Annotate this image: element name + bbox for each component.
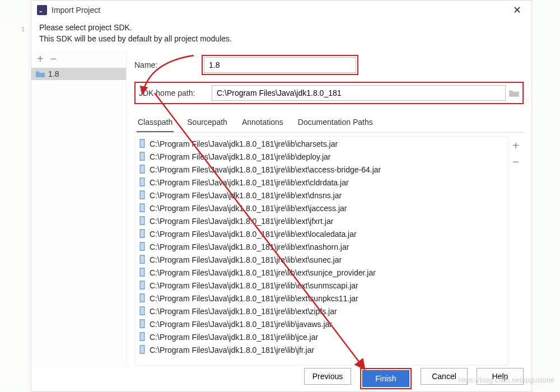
- list-item[interactable]: C:\Program Files\Java\jdk1.8.0_181\jre\l…: [135, 254, 507, 267]
- jar-path: C:\Program Files\Java\jdk1.8.0_181\jre\l…: [150, 268, 376, 277]
- classpath-add-button[interactable]: +: [512, 139, 519, 152]
- close-icon[interactable]: ✕: [508, 2, 526, 18]
- import-project-dialog: Import Project ✕ Please select project S…: [31, 0, 532, 392]
- folder-icon: [36, 71, 45, 77]
- path-highlight-box: JDK home path:: [134, 82, 524, 104]
- jar-icon: [138, 203, 146, 214]
- jar-icon: [138, 242, 146, 253]
- browse-folder-icon[interactable]: [509, 89, 519, 97]
- list-item[interactable]: C:\Program Files\Java\jdk1.8.0_181\jre\l…: [135, 138, 507, 151]
- jar-icon: [138, 152, 146, 162]
- jar-path: C:\Program Files\Java\jdk1.8.0_181\jre\l…: [150, 307, 337, 316]
- list-item[interactable]: C:\Program Files\Java\jdk1.8.0_181\jre\l…: [135, 305, 507, 318]
- jar-path: C:\Program Files\Java\jdk1.8.0_181\jre\l…: [150, 320, 332, 329]
- instruction-line-1: Please select project SDK.: [39, 22, 524, 33]
- list-item[interactable]: C:\Program Files\Java\jdk1.8.0_181\jre\l…: [135, 344, 507, 357]
- jar-icon: [138, 178, 146, 188]
- jar-icon: [138, 229, 146, 240]
- svg-rect-0: [39, 7, 45, 13]
- list-item[interactable]: C:\Program Files\Java\jdk1.8.0_181\jre\l…: [135, 331, 507, 344]
- name-highlight-box: [202, 55, 358, 75]
- jar-icon: [138, 216, 146, 227]
- jar-icon: [138, 306, 146, 317]
- instructions: Please select project SDK. This SDK will…: [31, 20, 531, 50]
- jar-path: C:\Program Files\Java\jdk1.8.0_181\jre\l…: [150, 217, 333, 226]
- jar-path: C:\Program Files\Java\jdk1.8.0_181\jre\l…: [150, 346, 314, 354]
- jar-path: C:\Program Files\Java\jdk1.8.0_181\jre\l…: [150, 281, 358, 290]
- path-label: JDK home path:: [139, 88, 212, 97]
- jar-icon: [138, 281, 146, 291]
- sidebar-add-button[interactable]: +: [37, 53, 44, 66]
- jar-path: C:\Program Files\Java\jdk1.8.0_181\jre\l…: [150, 152, 330, 161]
- jar-path: C:\Program Files\Java\jdk1.8.0_181\jre\l…: [150, 165, 381, 174]
- finish-button[interactable]: Finish: [362, 370, 409, 387]
- jar-icon: [138, 165, 146, 175]
- list-item[interactable]: C:\Program Files\Java\jdk1.8.0_181\jre\l…: [135, 176, 507, 189]
- list-item[interactable]: C:\Program Files\Java\jdk1.8.0_181\jre\l…: [135, 279, 507, 292]
- list-item[interactable]: C:\Program Files\Java\jdk1.8.0_181\jre\l…: [135, 318, 507, 331]
- jar-icon: [138, 255, 146, 265]
- list-item[interactable]: C:\Program Files\Java\jdk1.8.0_181\jre\l…: [135, 164, 507, 176]
- jar-path: C:\Program Files\Java\jdk1.8.0_181\jre\l…: [150, 294, 358, 303]
- titlebar: Import Project ✕: [31, 1, 531, 20]
- list-item[interactable]: C:\Program Files\Java\jdk1.8.0_181\jre\l…: [135, 228, 507, 241]
- jdk-home-path-input[interactable]: [212, 85, 506, 101]
- list-item[interactable]: C:\Program Files\Java\jdk1.8.0_181\jre\l…: [135, 215, 507, 228]
- jar-path: C:\Program Files\Java\jdk1.8.0_181\jre\l…: [150, 230, 357, 239]
- previous-button[interactable]: Previous: [304, 368, 351, 385]
- classpath-list[interactable]: C:\Program Files\Java\jdk1.8.0_181\jre\l…: [134, 136, 508, 366]
- jar-icon: [138, 332, 146, 343]
- instruction-line-2: This SDK will be used by default by all …: [39, 33, 524, 44]
- tab-classpath[interactable]: Classpath: [137, 115, 174, 132]
- intellij-icon: [37, 5, 47, 15]
- list-item[interactable]: C:\Program Files\Java\jdk1.8.0_181\jre\l…: [135, 241, 507, 254]
- jar-icon: [138, 345, 146, 356]
- tab-annotations[interactable]: Annotations: [241, 115, 284, 132]
- jar-path: C:\Program Files\Java\jdk1.8.0_181\jre\l…: [150, 242, 349, 251]
- tab-sourcepath[interactable]: Sourcepath: [186, 115, 228, 132]
- list-item[interactable]: C:\Program Files\Java\jdk1.8.0_181\jre\l…: [135, 202, 507, 215]
- jar-icon: [138, 268, 146, 278]
- list-item[interactable]: C:\Program Files\Java\jdk1.8.0_181\jre\l…: [135, 292, 507, 305]
- window-title: Import Project: [52, 6, 100, 15]
- list-item[interactable]: C:\Program Files\Java\jdk1.8.0_181\jre\l…: [135, 267, 507, 279]
- jar-path: C:\Program Files\Java\jdk1.8.0_181\jre\l…: [150, 204, 347, 213]
- sidebar-remove-button[interactable]: −: [50, 53, 57, 66]
- tabs: Classpath Sourcepath Annotations Documen…: [134, 111, 524, 133]
- editor-gutter: 1: [0, 22, 29, 381]
- svg-rect-1: [40, 11, 43, 12]
- jar-path: C:\Program Files\Java\jdk1.8.0_181\jre\l…: [150, 178, 349, 187]
- tab-documentation-paths[interactable]: Documentation Paths: [297, 115, 374, 132]
- jar-icon: [138, 293, 146, 304]
- content-pane: Name: JDK home path: Classpath Sourcepat…: [127, 50, 531, 367]
- list-item[interactable]: C:\Program Files\Java\jdk1.8.0_181\jre\l…: [135, 189, 507, 202]
- classpath-remove-button[interactable]: −: [512, 156, 519, 169]
- jar-icon: [138, 319, 146, 330]
- list-item[interactable]: C:\Program Files\Java\jdk1.8.0_181\jre\l…: [135, 151, 507, 164]
- sidebar-item-label: 1.8: [48, 69, 59, 78]
- watermark: https://blog.csdn.net/qqjustone: [458, 376, 554, 384]
- jar-path: C:\Program Files\Java\jdk1.8.0_181\jre\l…: [150, 255, 342, 264]
- jar-path: C:\Program Files\Java\jdk1.8.0_181\jre\l…: [150, 139, 338, 148]
- finish-highlight-box: Finish: [360, 368, 412, 389]
- sidebar-item-sdk[interactable]: 1.8: [31, 68, 126, 80]
- sdk-sidebar: + − 1.8: [31, 50, 127, 367]
- jar-path: C:\Program Files\Java\jdk1.8.0_181\jre\l…: [150, 333, 318, 342]
- jar-icon: [138, 139, 146, 150]
- name-label: Name:: [134, 60, 202, 69]
- jar-icon: [138, 190, 146, 201]
- jar-path: C:\Program Files\Java\jdk1.8.0_181\jre\l…: [150, 191, 342, 200]
- sdk-name-input[interactable]: [204, 57, 356, 73]
